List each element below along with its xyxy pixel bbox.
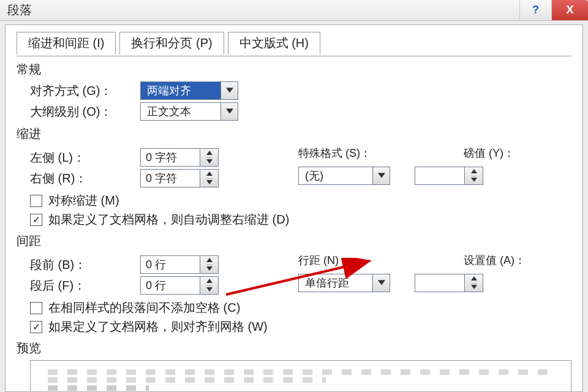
special-format-value: (无) — [299, 167, 372, 184]
svg-marker-10 — [206, 266, 213, 271]
indent-by-spinner[interactable] — [415, 167, 483, 185]
indent-left-spinner[interactable]: 0 字符 — [140, 148, 219, 167]
auto-adjust-indent-checkbox[interactable] — [30, 214, 42, 226]
spin-down-icon[interactable] — [206, 179, 213, 187]
spin-down-icon[interactable] — [206, 286, 213, 295]
section-preview: 预览 — [17, 340, 571, 356]
space-before-label: 段前 (B)： — [30, 257, 134, 273]
chevron-down-icon[interactable] — [372, 167, 390, 184]
line-spacing-value: 单倍行距 — [299, 274, 372, 292]
spacing-at-value — [415, 274, 464, 292]
space-after-label: 段后 (F)： — [30, 277, 134, 294]
indent-left-value: 0 字符 — [141, 149, 200, 166]
svg-marker-5 — [206, 180, 213, 184]
alignment-value: 两端对齐 — [141, 82, 221, 99]
svg-marker-2 — [206, 151, 213, 155]
tab-indent-spacing[interactable]: 缩进和间距 (I) — [17, 32, 116, 55]
svg-marker-11 — [206, 279, 213, 283]
spin-down-icon[interactable] — [206, 265, 213, 274]
svg-marker-12 — [206, 287, 213, 292]
spin-up-icon[interactable] — [471, 167, 477, 176]
close-button[interactable]: X — [551, 0, 588, 20]
spin-up-icon[interactable] — [471, 274, 477, 284]
spin-up-icon[interactable] — [206, 149, 213, 158]
indent-by-label: 磅值 (Y)： — [464, 146, 514, 160]
alignment-combo[interactable]: 两端对齐 — [140, 81, 238, 100]
spin-down-icon[interactable] — [471, 284, 477, 292]
auto-adjust-indent-label: 如果定义了文档网格，则自动调整右缩进 (D) — [48, 211, 289, 228]
indent-left-label: 左侧 (L)： — [30, 149, 134, 166]
line-spacing-label: 行距 (N)： — [298, 253, 415, 268]
outline-value: 正文文本 — [141, 103, 221, 120]
space-before-spinner[interactable]: 0 行 — [140, 255, 219, 274]
no-space-same-style-checkbox[interactable] — [30, 302, 42, 314]
svg-marker-6 — [378, 173, 385, 178]
special-format-label: 特殊格式 (S)： — [298, 146, 415, 160]
spacing-at-spinner[interactable] — [415, 274, 483, 292]
spin-up-icon[interactable] — [206, 277, 213, 286]
space-after-spinner[interactable]: 0 行 — [140, 276, 219, 295]
chevron-down-icon[interactable] — [372, 274, 390, 292]
section-general: 常规 — [17, 61, 571, 78]
mirror-indent-checkbox[interactable] — [30, 195, 42, 207]
section-indent: 缩进 — [17, 126, 571, 142]
line-spacing-combo[interactable]: 单倍行距 — [298, 274, 390, 292]
mirror-indent-label: 对称缩进 (M) — [48, 192, 119, 209]
spacing-at-label: 设置值 (A)： — [464, 253, 526, 268]
svg-marker-9 — [206, 258, 213, 262]
svg-marker-14 — [471, 276, 477, 281]
help-button[interactable]: ? — [519, 0, 551, 20]
outline-combo[interactable]: 正文文本 — [140, 102, 238, 121]
snap-to-grid-checkbox[interactable] — [30, 321, 42, 333]
svg-marker-3 — [206, 159, 213, 164]
svg-marker-1 — [226, 108, 233, 113]
space-before-value: 0 行 — [141, 256, 200, 273]
svg-marker-7 — [471, 169, 477, 173]
outline-label: 大纲级别 (O)： — [30, 104, 134, 120]
indent-right-value: 0 字符 — [141, 170, 200, 187]
chevron-down-icon[interactable] — [221, 82, 238, 99]
spin-up-icon[interactable] — [206, 256, 213, 265]
svg-marker-4 — [206, 172, 213, 176]
alignment-label: 对齐方式 (G)： — [30, 83, 134, 99]
tab-asian-typography[interactable]: 中文版式 (H) — [228, 32, 320, 55]
chevron-down-icon[interactable] — [221, 103, 238, 120]
space-after-value: 0 行 — [141, 277, 200, 294]
svg-marker-15 — [471, 285, 477, 289]
svg-marker-13 — [378, 280, 385, 285]
svg-marker-0 — [226, 88, 233, 92]
indent-right-spinner[interactable]: 0 字符 — [140, 169, 219, 187]
special-format-combo[interactable]: (无) — [298, 167, 390, 185]
tab-pagination[interactable]: 换行和分页 (P) — [119, 32, 224, 55]
spin-down-icon[interactable] — [206, 158, 213, 167]
no-space-same-style-label: 在相同样式的段落间不添加空格 (C) — [48, 300, 240, 316]
window-title: 段落 — [7, 2, 32, 18]
indent-by-value — [415, 167, 464, 184]
spin-down-icon[interactable] — [471, 176, 477, 185]
spin-up-icon[interactable] — [206, 170, 213, 179]
indent-right-label: 右侧 (R)： — [30, 170, 134, 187]
snap-to-grid-label: 如果定义了文档网格，则对齐到网格 (W) — [48, 318, 268, 335]
section-spacing: 间距 — [17, 233, 571, 249]
svg-marker-8 — [471, 178, 477, 182]
preview-box — [30, 360, 571, 392]
